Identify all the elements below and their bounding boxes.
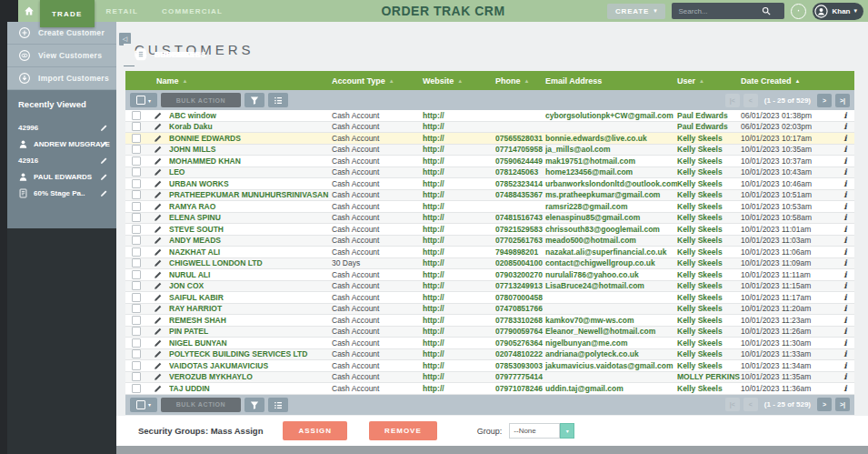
- user-link[interactable]: Kelly Skeels: [677, 304, 723, 313]
- column-header-name[interactable]: Name▲: [156, 76, 332, 86]
- tab-retail[interactable]: RETAIL: [95, 0, 151, 22]
- recent-item-42916[interactable]: 42916: [18, 152, 108, 168]
- table-row[interactable]: RAY HARRIOTCash Accounthttp://0747085176…: [125, 304, 854, 316]
- column-header-email-address[interactable]: Email Address: [545, 76, 677, 86]
- phone-link[interactable]: 07714705958: [495, 145, 543, 154]
- info-icon[interactable]: i: [843, 236, 846, 245]
- row-checkbox[interactable]: [132, 236, 141, 245]
- edit-row-icon[interactable]: [154, 236, 163, 245]
- edit-row-icon[interactable]: [154, 213, 163, 222]
- row-checkbox[interactable]: [132, 225, 141, 234]
- email-link[interactable]: ramsri228@gmail.com: [545, 202, 628, 211]
- customer-name-link[interactable]: VEROZUB MYKHAYLO: [169, 372, 253, 381]
- info-icon[interactable]: i: [843, 179, 846, 188]
- customer-name-link[interactable]: TAJ UDDIN: [169, 384, 210, 393]
- table-row[interactable]: ANDY MEADSCash Accounthttp://07702561763…: [125, 236, 854, 247]
- website-link[interactable]: http://: [423, 349, 444, 358]
- edit-row-icon[interactable]: [154, 190, 163, 199]
- website-link[interactable]: http://: [423, 111, 444, 120]
- user-link[interactable]: MOLLY PERKINS: [677, 372, 740, 381]
- email-link[interactable]: Eleanor_Newell@hotmail.com: [545, 327, 655, 336]
- row-checkbox[interactable]: [132, 202, 141, 211]
- table-row[interactable]: ABC windowCash Accounthttp://cyborgsolut…: [125, 110, 854, 122]
- table-row[interactable]: PRATHEEPKUMAR MUNUHURSRINIVASANCash Acco…: [125, 190, 854, 202]
- row-checkbox[interactable]: [132, 372, 141, 381]
- website-link[interactable]: http://: [423, 258, 444, 267]
- user-link[interactable]: Kelly Skeels: [677, 338, 723, 348]
- customer-name-link[interactable]: ELENA SPINU: [169, 213, 221, 222]
- website-link[interactable]: http://: [423, 134, 444, 143]
- row-checkbox[interactable]: [132, 190, 141, 199]
- table-row[interactable]: LEOCash Accounthttp://0781245063home1234…: [125, 167, 854, 179]
- customer-name-link[interactable]: NURUL ALI: [169, 270, 210, 279]
- row-checkbox[interactable]: [132, 247, 141, 257]
- website-link[interactable]: http://: [423, 281, 444, 290]
- customer-name-link[interactable]: JON COX: [169, 281, 204, 290]
- bulk-action-button[interactable]: BULK ACTION: [161, 93, 241, 107]
- table-row[interactable]: SAIFUL KABIRCash Accounthttp://078070004…: [125, 292, 854, 304]
- phone-link[interactable]: 07713249913: [495, 281, 543, 290]
- phone-link[interactable]: 07905276364: [495, 338, 543, 348]
- phone-link[interactable]: 07481516743: [495, 213, 543, 222]
- column-header-account-type[interactable]: Account Type▲: [332, 76, 423, 86]
- email-link[interactable]: nigelbunyan@me.com: [545, 338, 627, 348]
- email-link[interactable]: home123456@mail.com: [545, 167, 633, 177]
- table-row[interactable]: JOHN MILLSCash Accounthttp://07714705958…: [125, 145, 854, 156]
- customer-name-link[interactable]: PRATHEEPKUMAR MUNUHURSRINIVASAN: [169, 190, 328, 199]
- website-link[interactable]: http://: [423, 190, 444, 199]
- user-link[interactable]: Kelly Skeels: [677, 316, 723, 325]
- customer-name-link[interactable]: CHIGWELL LONDON LTD: [169, 258, 263, 267]
- row-checkbox[interactable]: [132, 270, 141, 279]
- phone-link[interactable]: 07470851766: [495, 304, 543, 313]
- user-link[interactable]: Kelly Skeels: [677, 349, 723, 358]
- website-link[interactable]: http://: [423, 236, 444, 245]
- row-checkbox[interactable]: [132, 304, 141, 313]
- column-header-user[interactable]: User▲: [677, 76, 741, 86]
- sidebar-item-view-customers[interactable]: View Customers: [7, 45, 116, 67]
- edit-row-icon[interactable]: [154, 145, 163, 154]
- table-row[interactable]: Korab DakuCash Accounthttp://Paul Edward…: [125, 122, 854, 134]
- edit-row-icon[interactable]: [154, 361, 163, 370]
- website-link[interactable]: http://: [423, 270, 444, 279]
- column-header-website[interactable]: Website▲: [423, 76, 495, 86]
- email-link[interactable]: nazakat.ali@superfinancial.co.uk: [545, 247, 666, 257]
- customer-name-link[interactable]: RAY HARRIOT: [169, 304, 222, 313]
- phone-link[interactable]: 07807000458: [495, 293, 543, 302]
- edit-row-icon[interactable]: [154, 134, 163, 143]
- info-icon[interactable]: i: [843, 190, 846, 199]
- phone-link[interactable]: 0781245063: [495, 167, 538, 177]
- customer-name-link[interactable]: NIGEL BUNYAN: [169, 338, 227, 348]
- edit-row-icon[interactable]: [154, 338, 163, 348]
- phone-link[interactable]: 07590624449: [495, 156, 543, 166]
- email-link[interactable]: mak19751@hotmail.com: [545, 156, 635, 166]
- pagination-last-button[interactable]: >|: [835, 94, 850, 107]
- info-icon[interactable]: i: [843, 304, 846, 313]
- edit-row-icon[interactable]: [154, 167, 163, 177]
- customer-name-link[interactable]: VAIDOTAS JAKUMAVICIUS: [169, 361, 268, 370]
- email-link[interactable]: chrissouth83@googlemail.com: [545, 225, 660, 234]
- user-link[interactable]: Kelly Skeels: [677, 247, 723, 257]
- info-icon[interactable]: i: [843, 213, 846, 222]
- table-row[interactable]: JON COXCash Accounthttp://07713249913Lis…: [125, 281, 854, 293]
- customer-name-link[interactable]: RAMYA RAO: [169, 202, 215, 211]
- website-link[interactable]: http://: [423, 202, 444, 211]
- edit-pencil-icon[interactable]: [100, 140, 108, 148]
- info-icon[interactable]: i: [843, 145, 846, 154]
- phone-link[interactable]: 07783310268: [495, 316, 543, 325]
- edit-row-icon[interactable]: [154, 349, 163, 358]
- user-link[interactable]: Kelly Skeels: [677, 258, 723, 267]
- edit-row-icon[interactable]: [154, 270, 163, 279]
- row-checkbox[interactable]: [132, 258, 141, 267]
- phone-link[interactable]: 07852323414: [495, 179, 543, 188]
- website-link[interactable]: http://: [423, 213, 444, 222]
- columns-button[interactable]: [268, 93, 288, 107]
- customer-name-link[interactable]: JOHN MILLS: [169, 145, 215, 154]
- info-icon[interactable]: i: [843, 156, 846, 166]
- phone-link[interactable]: 07903200270: [495, 270, 543, 279]
- edit-row-icon[interactable]: [154, 304, 163, 313]
- edit-row-icon[interactable]: [154, 281, 163, 290]
- pagination-first-button[interactable]: |<: [725, 398, 740, 411]
- info-icon[interactable]: i: [843, 281, 846, 290]
- notifications-button[interactable]: [791, 4, 806, 19]
- email-link[interactable]: jakumavicius.vaidotas@gmail.com: [545, 361, 673, 370]
